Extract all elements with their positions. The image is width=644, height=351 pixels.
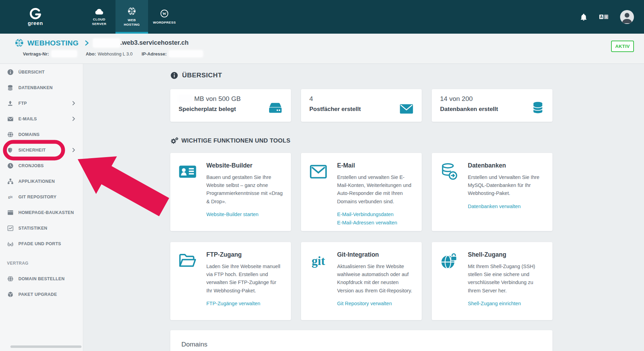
chart-icon (7, 225, 14, 232)
sidebar-item-label: PAKET UPGRADE (18, 292, 57, 297)
tab-wordpress[interactable]: W WORDPRESS (148, 0, 181, 34)
subscription-label: Abo: (86, 51, 96, 57)
sidebar-item-label: APPLIKATIONEN (18, 179, 55, 184)
package-icon (7, 291, 14, 298)
sidebar-item-git-repository[interactable]: git GIT REPOSITORY (0, 189, 83, 205)
tool-title: E-Mail (337, 162, 413, 169)
sidebar-item-emails[interactable]: E-MAILS (0, 111, 83, 127)
envelope-icon (7, 115, 14, 122)
envelope-icon (309, 162, 328, 181)
sidebar-item-pfade-und-ports[interactable]: PFADE UND PORTS (0, 236, 83, 251)
tab-cloud-server[interactable]: CLOUD SERVER (83, 0, 115, 34)
account-button[interactable] (620, 10, 634, 24)
domains-card: Domains (170, 330, 552, 351)
sidebar-item-label: PFADE UND PORTS (18, 241, 61, 246)
sidebar-item-label: HOMEPAGE-BAUKASTEN (18, 210, 74, 215)
email-card: E-Mail Erstellen und verwalten Sie E-Mai… (301, 153, 422, 231)
clock-icon (7, 162, 14, 169)
webhosting-globe-icon (15, 38, 24, 48)
svg-text:文: 文 (605, 15, 608, 19)
tool-title: Shell-Zugang (468, 251, 544, 258)
sidebar-item-domains[interactable]: DOMAINS (0, 127, 83, 142)
tool-description: Mit Ihrem Shell-Zugang (SSH) stellen Sie… (468, 263, 544, 295)
tool-description: Erstellen und Verwalten Sie Ihre MySQL-D… (468, 173, 544, 198)
folder-icon (178, 251, 197, 271)
top-navigation: green CLOUD SERVER WEB HOSTING W WORDPRE… (0, 0, 644, 34)
notifications-button[interactable] (579, 12, 588, 22)
globe-lock-icon (439, 251, 459, 271)
tools-section-title: WICHTIGE FUNKTIONEN UND TOOLS (170, 137, 552, 145)
git-repository-manage-link[interactable]: Git Repository verwalten (337, 300, 413, 308)
account-icon (620, 10, 634, 24)
cloud-icon (94, 7, 104, 15)
shield-icon (7, 147, 14, 154)
sidebar-item-label: DOMAINS (18, 132, 40, 137)
git-icon: git (7, 194, 14, 200)
mailbox-label: Postfächer erstellt (309, 106, 413, 113)
sidebar-item-ftp[interactable]: FTP (0, 95, 83, 111)
redacted-contract-number (52, 51, 77, 57)
databases-manage-link[interactable]: Datenbanken verwalten (468, 203, 544, 211)
storage-label: Speicherplatz belegt (179, 106, 283, 113)
git-card: git Git-Integration Aktualisieren Sie Ih… (301, 242, 422, 320)
ftp-accounts-manage-link[interactable]: FTP-Zugänge verwalten (206, 300, 283, 308)
shell-card: Shell-Zugang Mit Ihrem Shell-Zugang (SSH… (432, 242, 552, 320)
breadcrumb: WEBHOSTING .web3.servicehoster.ch (15, 38, 189, 48)
databases-card: Datenbanken Erstellen und Verwalten Sie … (432, 153, 552, 231)
horizontal-scrollbar-thumb[interactable] (10, 345, 81, 348)
tool-title: Website-Builder (206, 162, 283, 169)
tool-description: Bauen und gestalten Sie Ihre Website sel… (206, 173, 283, 206)
sidebar-item-applikationen[interactable]: APPLIKATIONEN (0, 173, 83, 189)
translate-button[interactable]: A 文 (598, 13, 609, 21)
chevron-right-icon (72, 148, 75, 153)
storage-stat-card: MB von 500 GB Speicherplatz belegt (170, 89, 291, 122)
notifications-icon (579, 12, 588, 22)
stats-row: MB von 500 GB Speicherplatz belegt 4 Pos… (170, 89, 552, 122)
idcard-icon (178, 162, 197, 181)
sidebar-item-homepage-baukasten[interactable]: HOMEPAGE-BAUKASTEN (0, 205, 83, 220)
main-content: ÜBERSICHT MB von 500 GB Speicherplatz be… (83, 64, 644, 351)
email-connection-data-link[interactable]: E-Mail-Verbindungsdaten (337, 211, 413, 219)
tool-description: Laden Sie Ihre Webseite manuell via FTP … (206, 263, 283, 295)
chevron-right-icon (72, 117, 75, 122)
website-builder-start-link[interactable]: Website-Builder starten (206, 211, 283, 219)
globe-icon (7, 131, 14, 138)
tool-title: Datenbanken (468, 162, 544, 169)
chevron-right-icon (84, 39, 90, 47)
svg-text:git: git (312, 254, 325, 268)
sidebar-item-domain-bestellen[interactable]: DOMAIN BESTELLEN (0, 271, 83, 286)
sidebar-item-label: ÜBERSICHT (18, 70, 45, 75)
database-arrow-icon (439, 162, 459, 181)
tool-title: Git-Integration (337, 251, 413, 258)
window-icon (7, 209, 14, 216)
sidebar-section-vertrag: VERTRAG (0, 255, 83, 271)
breadcrumb-root-link[interactable]: WEBHOSTING (27, 39, 79, 47)
wordpress-icon: W (160, 9, 169, 18)
brand-logo[interactable]: green (22, 0, 49, 34)
redacted-domain-prefix (93, 39, 120, 47)
email-addresses-manage-link[interactable]: E-Mail-Adressen verwalten (337, 219, 413, 227)
sidebar-item-paket-upgrade[interactable]: PAKET UPGRADE (0, 286, 83, 302)
sidebar-item-datenbanken[interactable]: DATENBANKEN (0, 80, 83, 95)
database-label: Datenbanken erstellt (440, 106, 544, 113)
contract-meta: Vertrags-Nr: Abo: Webhosting L 3.0 IP-Ad… (23, 51, 203, 57)
green-logo-icon (29, 8, 42, 21)
website-builder-card: Website-Builder Bauen und gestalten Sie … (170, 153, 291, 231)
shell-access-setup-link[interactable]: Shell-Zugang einrichten (468, 300, 544, 308)
subscription-value: Webhosting L 3.0 (98, 51, 132, 57)
chevron-right-icon (72, 101, 75, 106)
tab-label: WEB HOSTING (122, 18, 142, 27)
tools-grid: Website-Builder Bauen und gestalten Sie … (170, 153, 552, 320)
sidebar-item-label: E-MAILS (18, 117, 37, 121)
sidebar-item-uebersicht[interactable]: ÜBERSICHT (0, 64, 83, 80)
apps-icon (7, 178, 14, 185)
sidebar-item-statistiken[interactable]: STATISTIKEN (0, 220, 83, 236)
sidebar-item-cronjobs[interactable]: CRONJOBS (0, 158, 83, 173)
info-icon (7, 69, 14, 76)
redacted-storage-amount (179, 95, 192, 102)
svg-text:W: W (162, 11, 166, 16)
tab-web-hosting[interactable]: WEB HOSTING (115, 0, 148, 34)
tab-label: CLOUD SERVER (89, 17, 109, 26)
sidebar-item-sicherheit[interactable]: SICHERHEIT (0, 142, 83, 158)
domains-title: Domains (181, 341, 541, 348)
